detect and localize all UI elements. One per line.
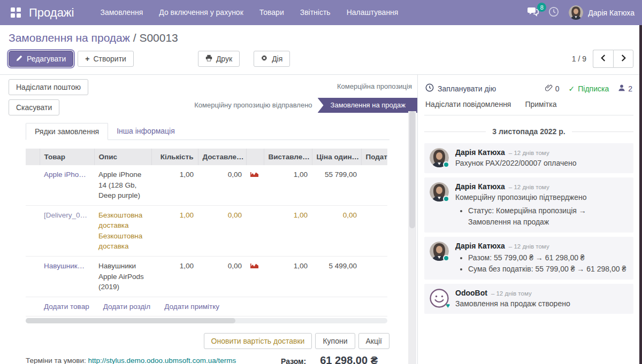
message-changes-list: Разом: 55 799,00 ₴ → 61 298,00 ₴ Сума бе… [468, 252, 628, 275]
window-scrollbar[interactable] [639, 25, 642, 364]
nav-item-orders[interactable]: Замовлення [92, 0, 151, 25]
message[interactable]: Дарія Катюха – 12 днів тому Рахунок PAX/… [424, 143, 633, 173]
send-by-email-button[interactable]: Надіслати поштою [9, 79, 88, 95]
col-invoiced[interactable]: Виставле… [264, 149, 312, 165]
messages-count-badge: 8 [537, 3, 546, 12]
status-step-quotation[interactable]: Комерційна пропозиція [337, 79, 417, 94]
total-label: Разом: [281, 357, 306, 364]
message[interactable]: Дарія Катюха – 12 днів тому Комерційну п… [424, 177, 633, 232]
message[interactable]: Дарія Катюха – 12 днів тому Разом: 55 79… [424, 237, 633, 280]
cell-qty: 1,00 [151, 256, 198, 297]
forecast-chart-icon[interactable] [250, 261, 259, 272]
forecast-chart-icon[interactable] [250, 170, 259, 181]
cell-unit-price: 0,00 [312, 205, 361, 256]
add-product-link[interactable]: Додати товар [44, 301, 89, 312]
nav-item-to-invoice[interactable]: До включення у рахунок [151, 0, 251, 25]
add-note-link[interactable]: Додати примітку [164, 301, 219, 312]
table-row[interactable]: [Delivery_0… Безкоштовна доставка Безкош… [26, 205, 387, 256]
clock-icon [425, 83, 434, 94]
nav-item-settings[interactable]: Налаштування [339, 0, 407, 25]
table-horizontal-scrollbar[interactable] [26, 318, 387, 323]
table-footer-row: Додати товар Додати розділ Додати приміт… [26, 297, 387, 316]
chevron-left-icon [600, 55, 606, 63]
promotions-button[interactable]: Акції [358, 333, 389, 349]
cell-taxes [361, 256, 387, 297]
col-qty[interactable]: Кількість [151, 149, 198, 165]
table-row[interactable]: Навушник… Навушники Apple AirPods (2019)… [26, 256, 387, 297]
cell-qty: 1,00 [151, 165, 198, 205]
status-step-quotation-sent[interactable]: Комерційну пропозицію відправлено [194, 98, 317, 113]
create-button[interactable]: + Створити [78, 51, 134, 67]
printer-icon [205, 55, 212, 63]
cell-product[interactable]: Навушник… [40, 256, 94, 297]
cell-invoiced: 1,00 [264, 205, 312, 256]
cell-invoiced: 1,00 [264, 256, 312, 297]
cell-delivered: 0,00 [198, 256, 246, 297]
drag-handle[interactable] [26, 256, 40, 297]
message-body: Рахунок PAX/2022/00007 оплачено [455, 158, 628, 168]
bot-heart-icon: ♥ [446, 302, 450, 309]
cell-description: Безкоштовна доставка Безкоштовна доставк… [94, 205, 151, 256]
cancel-button[interactable]: Скасувати [9, 99, 59, 115]
cell-description: Навушники Apple AirPods (2019) [94, 256, 151, 297]
nav-item-reporting[interactable]: Звітність [292, 0, 339, 25]
messages-icon[interactable]: 8 [527, 7, 539, 18]
chatter-panel: Запланувати дію 0 ✓ Підписка 2 Надіслати… [417, 75, 642, 364]
person-icon [618, 84, 625, 93]
message[interactable]: ♥ OdooBot – 12 днів тому Замовлення на п… [424, 284, 633, 314]
pencil-icon [16, 55, 23, 63]
app-brand[interactable]: Продажі [29, 6, 74, 20]
user-menu[interactable]: Дарія Катюха [569, 5, 635, 20]
col-icon [246, 149, 264, 165]
drag-handle[interactable] [26, 205, 40, 256]
terms-link[interactable]: http://stylus.demo.odoo.ubmsoft.com.ua/t… [88, 357, 236, 364]
cell-taxes [361, 165, 387, 205]
message-author[interactable]: Дарія Катюха [455, 182, 505, 191]
drag-handle[interactable] [26, 165, 40, 205]
followers-button[interactable]: 2 [618, 84, 632, 93]
cell-unit-price: 5 499,00 [312, 256, 361, 297]
table-row[interactable]: Apple iPho… Apple iPhone 14 (128 Gb, Dee… [26, 165, 387, 205]
message-time: – 12 днів тому [491, 290, 532, 297]
attachments-button[interactable]: 0 [545, 84, 560, 94]
message-time: – 12 днів тому [509, 150, 549, 156]
action-button[interactable]: Дія [254, 51, 290, 67]
message-author[interactable]: OdooBot [455, 289, 487, 297]
schedule-activity-button[interactable]: Запланувати дію [425, 83, 496, 94]
col-product[interactable]: Товар [40, 149, 94, 165]
col-taxes[interactable]: Подат [361, 149, 387, 165]
col-delivered[interactable]: Доставле… [198, 149, 246, 165]
col-description[interactable]: Опис [94, 149, 151, 165]
cell-qty: 1,00 [151, 205, 198, 256]
message-author[interactable]: Дарія Катюха [455, 242, 505, 250]
following-button[interactable]: ✓ Підписка [569, 84, 609, 93]
add-section-link[interactable]: Додати розділ [103, 301, 151, 312]
coupons-button[interactable]: Купони [315, 333, 355, 349]
status-active-sales-order[interactable]: Замовлення на продаж [318, 98, 417, 113]
pager-previous-button[interactable] [593, 50, 613, 68]
chevron-right-icon [621, 55, 626, 63]
col-unit-price[interactable]: Ціна один… [312, 149, 361, 165]
log-note-tab[interactable]: Примітка [525, 100, 556, 109]
activities-clock-icon[interactable] [548, 6, 559, 19]
message-author[interactable]: Дарія Катюха [455, 148, 505, 157]
update-shipping-cost-button[interactable]: Оновити вартість доставки [204, 333, 312, 349]
cell-product[interactable]: Apple iPho… [40, 165, 94, 205]
nav-item-products[interactable]: Товари [251, 0, 292, 25]
tab-order-lines[interactable]: Рядки замовлення [26, 123, 108, 140]
breadcrumb-parent[interactable]: Замовлення на продаж [9, 32, 130, 44]
message-change-item: Разом: 55 799,00 ₴ → 61 298,00 ₴ [468, 252, 628, 264]
form-vertical-scrollbar[interactable] [408, 111, 416, 364]
table-header-row: Товар Опис Кількість Доставле… Виставле…… [26, 149, 387, 165]
pager-next-button[interactable] [613, 50, 633, 68]
send-message-tab[interactable]: Надіслати повідомлення [425, 100, 511, 109]
apps-grid-icon[interactable] [11, 7, 21, 18]
print-button[interactable]: Друк [198, 51, 240, 67]
terms-label: Терміни та умови: [26, 357, 86, 364]
online-status-dot [443, 161, 449, 168]
tab-other-info[interactable]: Інша інформація [108, 123, 184, 140]
edit-button[interactable]: Редагувати [9, 51, 73, 67]
cell-product[interactable]: [Delivery_0… [40, 205, 94, 256]
col-handle [26, 149, 40, 165]
online-status-dot [443, 255, 449, 261]
